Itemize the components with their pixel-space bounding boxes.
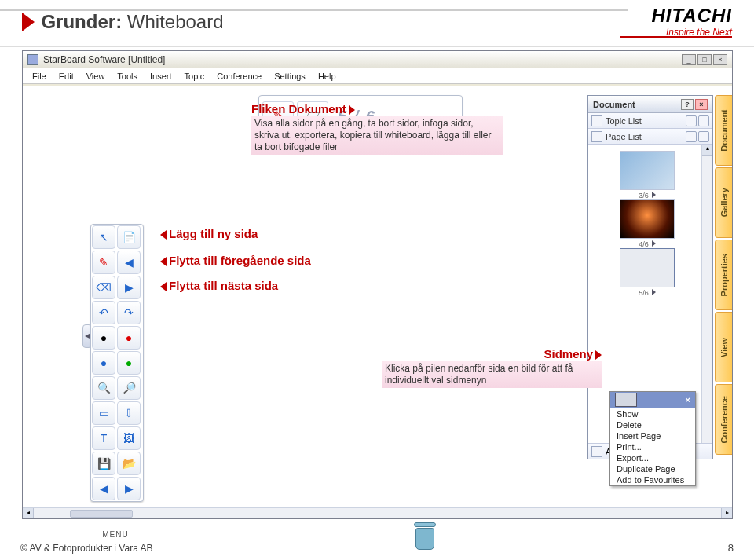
thumb-3-menu-icon[interactable] [652, 192, 656, 198]
ctx-show[interactable]: Show [610, 408, 695, 419]
page-list-label: Page List [606, 132, 642, 141]
menu-edit[interactable]: Edit [53, 71, 80, 81]
scroll-thumb[interactable] [70, 510, 133, 518]
vtab-properties[interactable]: Properties [715, 240, 732, 310]
minimize-button[interactable]: _ [682, 54, 696, 65]
maximize-button[interactable]: □ [697, 54, 712, 65]
next-page-tool[interactable]: ▶ [117, 276, 141, 299]
open-tool[interactable]: 📂 [117, 452, 141, 475]
menu-view[interactable]: View [80, 71, 112, 81]
title-marker-icon [22, 13, 35, 31]
tool-palette: ↖ 📄 ✎ ◀ ⌫ ▶ ↶ ↷ ● ● ● ● 🔍 🔎 ▭ ⇩ T 🖼 💾 📂 … [90, 224, 144, 502]
ctx-delete[interactable]: Delete [610, 419, 695, 430]
color-red-tool[interactable]: ● [117, 326, 141, 350]
trash-icon[interactable] [415, 522, 436, 550]
vtab-gallery[interactable]: Gallery [715, 167, 732, 238]
tool-right[interactable]: ▶ [117, 477, 141, 500]
callout-prev-page: Flytta till föregående sida [160, 254, 311, 268]
ctx-print[interactable]: Print... [610, 441, 695, 452]
redo-tool[interactable]: ↷ [117, 301, 141, 324]
app-icon [27, 54, 38, 65]
add-page-tool[interactable]: 📄 [117, 225, 141, 249]
arrow-right-icon [595, 350, 602, 360]
tool-left[interactable]: ◀ [92, 477, 115, 500]
page-list-icon [591, 131, 602, 142]
collapse-icon[interactable] [698, 131, 709, 142]
color-green-tool[interactable]: ● [117, 351, 141, 375]
scroll-up-icon[interactable]: ▴ [702, 145, 712, 156]
brand-block: HITACHI Inspire the Next [651, 5, 732, 38]
zoom-in-tool[interactable]: 🔍 [92, 376, 115, 400]
zoom-out-tool[interactable]: 🔎 [117, 376, 141, 400]
ctx-insert[interactable]: Insert Page [610, 430, 695, 441]
horizontal-scrollbar[interactable]: ◂ ▸ [23, 507, 732, 518]
document-panel-title: Document [593, 100, 635, 109]
close-button[interactable]: × [713, 54, 727, 65]
import-tool[interactable]: ⇩ [117, 401, 141, 425]
expand-icon[interactable] [686, 115, 697, 126]
thumb-5[interactable] [620, 248, 675, 287]
thumb-5-menu-icon[interactable] [652, 289, 656, 295]
topic-list-row[interactable]: Topic List [588, 113, 712, 129]
footer-page-number: 8 [728, 542, 734, 554]
menu-conference[interactable]: Conference [210, 71, 268, 81]
vtab-conference[interactable]: Conference [715, 384, 732, 455]
image-tool[interactable]: 🖼 [117, 426, 141, 450]
callout-add-page-text: Lägg till ny sida [169, 227, 258, 240]
save-tool[interactable]: 💾 [92, 452, 115, 475]
ctx-close-icon[interactable]: × [686, 395, 690, 404]
vtab-conference-label: Conference [719, 396, 729, 444]
menu-file[interactable]: File [26, 71, 53, 81]
prev-page-tool[interactable]: ◀ [117, 251, 141, 274]
cursor-tool[interactable]: ↖ [92, 225, 115, 249]
ctx-export[interactable]: Export... [610, 452, 695, 463]
callout-sidmeny-title: Sidmeny [544, 347, 593, 361]
vtab-document[interactable]: Document [715, 95, 732, 166]
title-main: Whiteboard [127, 11, 224, 32]
menu-topic[interactable]: Topic [178, 71, 211, 81]
color-black-tool[interactable]: ● [92, 326, 115, 350]
brand-name: HITACHI [651, 5, 732, 27]
ctx-header: × [610, 392, 695, 408]
callout-next-page: Flytta till nästa sida [160, 279, 278, 293]
page-list-row[interactable]: Page List [588, 129, 712, 145]
scroll-right-icon[interactable]: ▸ [721, 508, 732, 518]
ctx-thumb-icon [615, 393, 637, 407]
menu-settings[interactable]: Settings [268, 71, 312, 81]
collapse-icon[interactable] [698, 115, 709, 126]
footer-copyright: © AV & Fotoprodukter i Vara AB [20, 543, 152, 554]
callout-fliken-title: Fliken Dokument [251, 102, 346, 115]
vtab-document-label: Document [719, 109, 729, 152]
thumb-4[interactable] [620, 199, 675, 239]
thumb-4-label: 4/6 [639, 240, 649, 248]
thumb-3-label: 3/6 [639, 192, 649, 199]
vtab-view-label: View [719, 338, 729, 357]
topic-list-label: Topic List [606, 116, 642, 126]
window-titlebar[interactable]: StarBoard Software [Untitled] _ □ × [23, 51, 732, 68]
scroll-left-icon[interactable]: ◂ [23, 508, 34, 518]
brand-rule [620, 36, 732, 38]
arrow-left-icon [160, 230, 167, 240]
thumb-3[interactable] [620, 151, 675, 190]
menu-tools[interactable]: Tools [111, 71, 144, 81]
menu-insert[interactable]: Insert [144, 71, 178, 81]
docpanel-close-button[interactable]: × [695, 99, 708, 110]
color-blue-tool[interactable]: ● [92, 351, 115, 375]
ctx-duplicate[interactable]: Duplicate Page [610, 463, 695, 474]
pen-tool[interactable]: ✎ [92, 251, 115, 274]
arrow-left-icon [160, 282, 167, 291]
eraser-tool[interactable]: ⌫ [92, 276, 115, 299]
palette-menu-label[interactable]: MENU [87, 530, 144, 539]
menu-help[interactable]: Help [312, 71, 342, 81]
docpanel-pin-button[interactable]: ? [681, 99, 694, 110]
expand-icon[interactable] [686, 131, 697, 142]
thumb-4-menu-icon[interactable] [652, 240, 656, 247]
text-tool[interactable]: T [92, 426, 115, 450]
vtab-view[interactable]: View [715, 312, 732, 382]
ctx-fav[interactable]: Add to Favourites [610, 474, 695, 485]
document-panel-header: Document ? × [588, 96, 712, 113]
undo-tool[interactable]: ↶ [92, 301, 115, 324]
thumbs-scrollbar[interactable]: ▴ [701, 145, 712, 443]
vertical-tabs: Document Gallery Properties View Confere… [715, 95, 732, 456]
select-tool[interactable]: ▭ [92, 401, 115, 425]
